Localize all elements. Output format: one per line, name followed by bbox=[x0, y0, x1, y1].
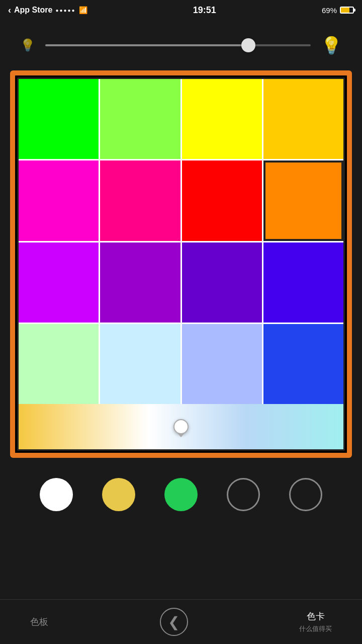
bottom-tabs: 色板 ❮ 色卡 什么值得买 bbox=[0, 599, 362, 644]
tab-color-card[interactable]: 色卡 什么值得买 bbox=[299, 610, 332, 633]
color-cell-r2c2[interactable] bbox=[182, 243, 262, 323]
signal-dots: ●●●●● bbox=[55, 8, 75, 13]
color-cell-r2c1[interactable] bbox=[100, 243, 180, 323]
status-left: ‹ App Store ●●●●● 📶 bbox=[8, 5, 87, 16]
battery-icon-container bbox=[340, 7, 354, 14]
tab-palette[interactable]: 色板 bbox=[30, 616, 48, 628]
color-cell-r1c1[interactable] bbox=[100, 160, 180, 240]
swatch-yellow[interactable] bbox=[102, 478, 135, 511]
color-cell-r3c2[interactable] bbox=[182, 324, 262, 404]
tab-back-button[interactable]: ❮ bbox=[160, 608, 188, 636]
color-cell-r1c0[interactable] bbox=[19, 160, 99, 240]
brightness-section: 💡 💡 bbox=[0, 20, 362, 65]
color-grid bbox=[19, 79, 343, 404]
back-arrow-icon[interactable]: ‹ bbox=[8, 5, 11, 16]
gradient-strip[interactable] bbox=[19, 404, 343, 449]
status-bar: ‹ App Store ●●●●● 📶 19:51 69% bbox=[0, 0, 362, 20]
wifi-icon: 📶 bbox=[79, 6, 87, 14]
battery-fill bbox=[341, 8, 349, 13]
time-display: 19:51 bbox=[193, 5, 216, 16]
color-cell-r1c3[interactable] bbox=[263, 160, 343, 240]
swatch-white[interactable] bbox=[40, 478, 73, 511]
status-right: 69% bbox=[322, 6, 354, 15]
swatch-green[interactable] bbox=[164, 478, 198, 511]
gradient-handle[interactable] bbox=[173, 419, 189, 434]
swatch-empty-1[interactable] bbox=[227, 478, 260, 511]
brightness-slider[interactable] bbox=[45, 44, 311, 46]
app-store-label: App Store bbox=[14, 6, 52, 15]
color-cell-r1c2[interactable] bbox=[182, 160, 262, 240]
color-cell-r0c2[interactable] bbox=[182, 79, 262, 159]
color-grid-outer bbox=[10, 70, 352, 458]
color-cell-r3c0[interactable] bbox=[19, 324, 99, 404]
bulb-bright-icon: 💡 bbox=[321, 35, 342, 55]
color-cell-r0c3[interactable] bbox=[263, 79, 343, 159]
color-cell-r2c0[interactable] bbox=[19, 243, 99, 323]
color-swatches bbox=[0, 463, 362, 526]
battery-percent: 69% bbox=[322, 6, 337, 15]
color-cell-r2c3[interactable] bbox=[263, 243, 343, 323]
tab-color-card-sublabel: 什么值得买 bbox=[299, 624, 332, 633]
color-grid-inner bbox=[17, 77, 345, 451]
bulb-dim-icon: 💡 bbox=[20, 38, 35, 52]
color-cell-r3c1[interactable] bbox=[100, 324, 180, 404]
color-cell-r3c3[interactable] bbox=[263, 324, 343, 404]
tab-color-card-label: 色卡 bbox=[307, 610, 325, 622]
color-cell-r0c1[interactable] bbox=[100, 79, 180, 159]
tab-palette-label: 色板 bbox=[30, 616, 48, 628]
swatch-empty-2[interactable] bbox=[289, 478, 322, 511]
battery-icon bbox=[340, 7, 354, 14]
color-cell-r0c0[interactable] bbox=[19, 79, 99, 159]
